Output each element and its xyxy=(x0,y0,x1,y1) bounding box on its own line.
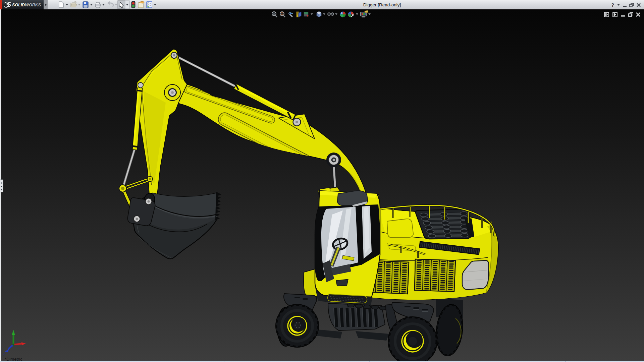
svg-text:SOLIDWORKS: SOLIDWORKS xyxy=(12,2,41,7)
svg-text:Z: Z xyxy=(3,352,5,357)
svg-text:Digger [Read-only]: Digger [Read-only] xyxy=(363,2,401,7)
svg-text:?: ? xyxy=(611,2,614,8)
svg-text:*Dimetric: *Dimetric xyxy=(5,357,22,362)
